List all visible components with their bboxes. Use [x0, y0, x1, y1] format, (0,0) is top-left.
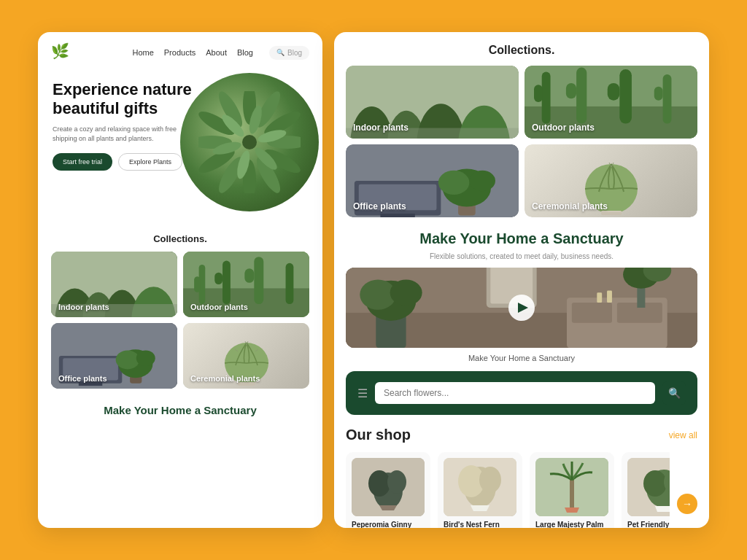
- r-label-outdoor: Outdoor plants: [532, 122, 595, 133]
- collection-label-outdoor: Outdoor plants: [190, 303, 248, 311]
- shop-header: Our shop view all: [346, 427, 697, 443]
- collection-label-ceremonial: Ceremonial plants: [190, 374, 260, 383]
- collections-title-left: Collections.: [51, 233, 309, 244]
- explore-plants-button[interactable]: Explore Plants: [118, 153, 182, 171]
- play-icon: [518, 303, 528, 313]
- prod-svg-2: [444, 458, 516, 516]
- r-label-indoor: Indoor plants: [353, 122, 409, 133]
- collection-card-ceremonial[interactable]: Ceremonial plants: [183, 323, 309, 389]
- svg-rect-60: [566, 83, 576, 98]
- right-collection-card-ceremonial[interactable]: Ceremonial plants: [525, 144, 697, 217]
- nav-blog[interactable]: Blog: [237, 48, 253, 57]
- svg-point-71: [438, 171, 470, 195]
- hero-buttons: Start free trial Explore Plants: [53, 153, 198, 171]
- navigation: 🌿 Home Products About Blog 🔍 Blog: [38, 32, 322, 73]
- collection-card-outdoor[interactable]: Outdoor plants: [183, 252, 309, 317]
- svg-rect-30: [222, 261, 231, 304]
- product-img-3: [535, 458, 608, 516]
- right-panel: Collections. Indoor plants: [334, 32, 709, 528]
- hero-section: Experience nature beautiful gifts Create…: [38, 73, 322, 226]
- sanctuary-video[interactable]: [346, 268, 697, 348]
- next-button[interactable]: →: [677, 494, 697, 514]
- hero-text: Experience nature beautiful gifts Create…: [53, 80, 198, 171]
- plant-svg: [198, 91, 301, 193]
- left-panel: 🌿 Home Products About Blog 🔍 Blog Experi…: [38, 32, 322, 528]
- search-icon: 🔍: [276, 49, 285, 56]
- svg-rect-64: [654, 87, 663, 101]
- search-section: ☰ 🔍: [346, 371, 697, 415]
- svg-rect-88: [597, 292, 602, 303]
- nav-products[interactable]: Products: [164, 48, 196, 57]
- nav-home[interactable]: Home: [132, 48, 153, 57]
- product-name-2: Bird's Nest Fern: [444, 521, 516, 528]
- svg-rect-89: [607, 291, 612, 303]
- logo-icon: 🌿: [51, 42, 71, 63]
- svg-rect-63: [663, 74, 672, 124]
- svg-rect-58: [534, 85, 543, 102]
- sanctuary-title: Make Your Home a Sanctuary: [346, 229, 697, 248]
- product-name-4: Pet Friendly Plant: [627, 521, 670, 528]
- view-all-link[interactable]: view all: [669, 430, 697, 440]
- r-label-ceremonial: Ceremonial plants: [532, 201, 608, 211]
- right-collection-card-office[interactable]: Office plants: [346, 144, 519, 217]
- svg-point-72: [469, 171, 495, 191]
- prod-svg-3: [535, 458, 608, 516]
- hero-plant-image: [180, 73, 319, 211]
- right-collection-card-outdoor[interactable]: Outdoor plants: [525, 66, 697, 139]
- hero-title: Experience nature beautiful gifts: [53, 80, 198, 119]
- start-trial-button[interactable]: Start free trial: [53, 153, 112, 171]
- search-label: Blog: [287, 49, 302, 57]
- svg-rect-57: [542, 72, 551, 124]
- play-button[interactable]: [508, 295, 535, 321]
- product-card-3[interactable]: Large Majesty Palm Pot size $82: [530, 452, 614, 528]
- product-name-3: Large Majesty Palm: [535, 521, 608, 528]
- collection-label-office: Office plants: [58, 374, 107, 383]
- search-button[interactable]: 🔍: [662, 381, 686, 405]
- product-img-4: [627, 458, 670, 516]
- product-img-2: [444, 458, 516, 516]
- prod-svg-4: [627, 458, 670, 516]
- svg-rect-31: [214, 273, 222, 284]
- r-label-office: Office plants: [353, 201, 406, 211]
- svg-point-41: [116, 350, 139, 369]
- svg-rect-62: [608, 83, 620, 101]
- nav-about[interactable]: About: [206, 48, 227, 57]
- svg-rect-59: [576, 68, 587, 124]
- main-container: 🌿 Home Products About Blog 🔍 Blog Experi…: [38, 32, 709, 528]
- sanctuary-title-left: Make Your Home a Sanctuary: [51, 403, 309, 418]
- svg-point-101: [479, 467, 501, 493]
- sanctuary-section: Make Your Home a Sanctuary Flexible solu…: [346, 229, 697, 362]
- svg-point-106: [643, 470, 667, 497]
- nav-search[interactable]: 🔍 Blog: [269, 46, 309, 60]
- collection-grid-left: Indoor plants: [51, 252, 309, 389]
- svg-rect-32: [254, 257, 263, 304]
- collection-card-office[interactable]: Office plants: [51, 323, 177, 389]
- shop-title: Our shop: [346, 427, 411, 443]
- svg-rect-34: [286, 263, 294, 304]
- collections-section-left: Collections. Indoor plants: [38, 226, 322, 396]
- svg-rect-103: [570, 480, 574, 509]
- svg-rect-81: [572, 303, 612, 323]
- nav-links: Home Products About Blog 🔍 Blog: [132, 46, 309, 60]
- svg-point-42: [136, 350, 155, 366]
- product-card-2[interactable]: Bird's Nest Fern Pot size $45: [438, 452, 522, 528]
- svg-point-96: [368, 470, 390, 497]
- product-card-1[interactable]: Peperomia Ginny Pot size $25: [346, 452, 430, 528]
- flower-search-input[interactable]: [375, 382, 655, 404]
- svg-rect-61: [619, 69, 632, 124]
- product-grid: Peperomia Ginny Pot size $25: [346, 452, 670, 528]
- next-icon: →: [682, 498, 692, 510]
- svg-rect-29: [194, 276, 201, 292]
- collection-card-indoor[interactable]: Indoor plants: [51, 252, 177, 317]
- svg-point-19: [242, 135, 257, 149]
- hero-subtitle: Create a cozy and relaxing space with fr…: [53, 125, 198, 144]
- bottom-sanctuary: Make Your Home a Sanctuary: [38, 396, 322, 425]
- svg-point-93: [390, 279, 422, 306]
- sanctuary-caption: Make Your Home a Sanctuary: [346, 354, 697, 362]
- svg-rect-33: [244, 268, 254, 282]
- product-card-4[interactable]: Pet Friendly Plant Pot size $39: [622, 452, 670, 528]
- product-row: Peperomia Ginny Pot size $25: [346, 452, 697, 528]
- collections-title-right: Collections.: [346, 44, 697, 57]
- right-collection-card-indoor[interactable]: Indoor plants: [346, 66, 519, 139]
- collection-label-indoor: Indoor plants: [58, 303, 109, 311]
